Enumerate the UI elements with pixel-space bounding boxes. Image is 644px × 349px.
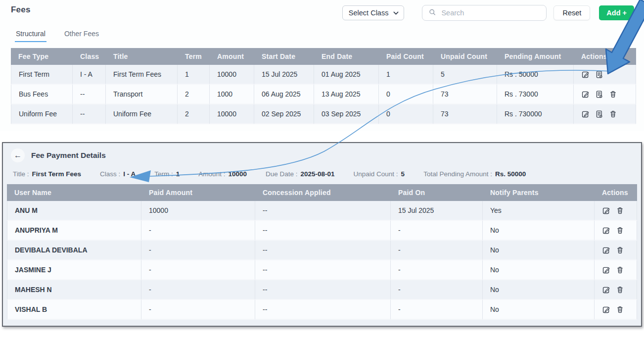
cell-class: --	[73, 85, 106, 104]
delete-icon[interactable]	[616, 226, 624, 235]
cell-concession: --	[255, 241, 391, 260]
cell-notify: No	[483, 260, 595, 280]
delete-icon[interactable]	[616, 206, 624, 215]
payment-table: User NamePaid AmountConcession AppliedPa…	[7, 184, 637, 320]
payment-details-title: Fee Payment Details	[31, 151, 106, 160]
edit-icon[interactable]	[602, 206, 610, 215]
delete-icon[interactable]	[609, 90, 617, 99]
cell-unpaid-count: 73	[433, 85, 497, 104]
actions-cell	[595, 260, 637, 280]
cell-paid-count: 0	[379, 85, 433, 104]
cell-user-name: VISHAL B	[7, 300, 141, 320]
delete-icon[interactable]	[616, 246, 624, 254]
cell-start-date: 06 Aug 2025	[254, 85, 314, 104]
cell-paid-count: 1	[379, 65, 433, 85]
edit-icon[interactable]	[602, 226, 610, 235]
table-row: DEVIBALA DEVIBALA----No	[7, 241, 637, 260]
edit-icon[interactable]	[602, 286, 610, 294]
fee-summary: Title :First Term FeesClass :I - ATerm :…	[3, 163, 641, 184]
fees-panel: Fees Select Class Reset Add + Structural…	[0, 0, 644, 131]
cell-notify: No	[483, 241, 595, 260]
cell-start-date: 15 Jul 2025	[254, 65, 314, 85]
column-header: Start Date	[254, 48, 314, 65]
actions-cell	[595, 221, 637, 241]
table-row: JASMINE J----No	[7, 260, 637, 280]
column-header: Unpaid Count	[433, 48, 497, 65]
cell-start-date: 02 Sep 2025	[254, 104, 314, 124]
cell-paid-amount: -	[141, 221, 255, 241]
class-filter-value: Select Class	[349, 9, 389, 17]
cell-term: 2	[178, 104, 210, 124]
class-filter-select[interactable]: Select Class	[342, 5, 405, 20]
cell-notify: Yes	[483, 201, 595, 221]
actions-cell	[574, 85, 636, 104]
cell-paid-on: -	[391, 260, 483, 280]
delete-icon[interactable]	[616, 266, 624, 274]
edit-icon[interactable]	[602, 266, 610, 274]
edit-icon[interactable]	[602, 246, 610, 254]
summary-item: Term :1	[154, 170, 180, 178]
column-header: Term	[178, 48, 210, 65]
cell-notify: No	[483, 300, 595, 320]
cell-paid-amount: -	[141, 300, 255, 320]
cell-unpaid-count: 5	[433, 65, 497, 85]
cell-concession: --	[255, 280, 391, 300]
cell-pending-amount: Rs . 50000	[497, 65, 574, 85]
summary-value: 10000	[228, 170, 247, 178]
fees-table-header-row: Fee TypeClassTitleTermAmountStart DateEn…	[11, 48, 636, 65]
tab-other-fees[interactable]: Other Fees	[63, 28, 100, 42]
cell-fee-type: Bus Fees	[11, 85, 73, 104]
delete-icon[interactable]	[616, 286, 624, 294]
cell-pending-amount: Rs . 730000	[497, 104, 574, 124]
edit-icon[interactable]	[581, 90, 590, 99]
summary-label: Amount :	[198, 170, 225, 178]
cell-end-date: 01 Aug 2025	[314, 65, 379, 85]
summary-label: Total Pending Amount :	[423, 170, 492, 178]
search-box[interactable]	[422, 5, 547, 21]
view-payments-icon[interactable]	[595, 110, 603, 118]
actions-cell	[595, 201, 637, 221]
summary-label: Due Date :	[266, 170, 298, 178]
back-button[interactable]: ←	[11, 149, 25, 162]
view-payments-icon[interactable]	[595, 70, 603, 79]
payment-table-header-row: User NamePaid AmountConcession AppliedPa…	[7, 184, 637, 201]
column-header: Pending Amount	[497, 48, 574, 65]
cell-title: Transport	[106, 85, 178, 104]
search-input[interactable]	[441, 9, 540, 17]
fees-controls: Select Class Reset Add +	[342, 5, 634, 21]
cell-user-name: JASMINE J	[7, 260, 141, 280]
add-button[interactable]: Add +	[599, 5, 634, 20]
summary-label: Term :	[154, 170, 173, 178]
fee-payment-details-panel: ← Fee Payment Details Title :First Term …	[2, 142, 642, 327]
table-row: First TermI - AFirst Term Fees11000015 J…	[11, 65, 636, 85]
actions-cell	[574, 65, 636, 85]
cell-fee-type: Uniform Fee	[11, 104, 73, 124]
cell-user-name: DEVIBALA DEVIBALA	[7, 241, 141, 260]
summary-value: 1	[176, 170, 180, 178]
cell-paid-amount: -	[141, 280, 255, 300]
column-header: Paid On	[391, 184, 483, 201]
column-header: Actions	[595, 184, 637, 201]
cell-title: Uniform Fee	[106, 104, 178, 124]
edit-icon[interactable]	[581, 70, 590, 79]
summary-item: Class :I - A	[100, 170, 136, 178]
cell-paid-amount: -	[141, 241, 255, 260]
cell-term: 1	[178, 65, 210, 85]
delete-icon[interactable]	[609, 110, 617, 118]
delete-icon[interactable]	[616, 305, 624, 314]
cell-end-date: 13 Aug 2025	[314, 85, 379, 104]
cell-class: --	[73, 104, 106, 124]
column-header: Amount	[210, 48, 254, 65]
column-header: Concession Applied	[255, 184, 391, 201]
edit-icon[interactable]	[602, 305, 610, 314]
tab-structural[interactable]: Structural	[15, 28, 46, 42]
summary-item: Due Date :2025-08-01	[266, 170, 335, 178]
view-payments-icon[interactable]	[595, 90, 603, 99]
table-row: ANU M10000--15 Jul 2025Yes	[7, 201, 637, 221]
cell-term: 2	[178, 85, 210, 104]
table-row: Uniform Fee--Uniform Fee21000002 Sep 202…	[11, 104, 636, 124]
cell-amount: 1000	[210, 85, 254, 104]
edit-icon[interactable]	[581, 110, 590, 118]
page-title: Fees	[11, 5, 31, 15]
reset-button[interactable]: Reset	[553, 5, 590, 20]
